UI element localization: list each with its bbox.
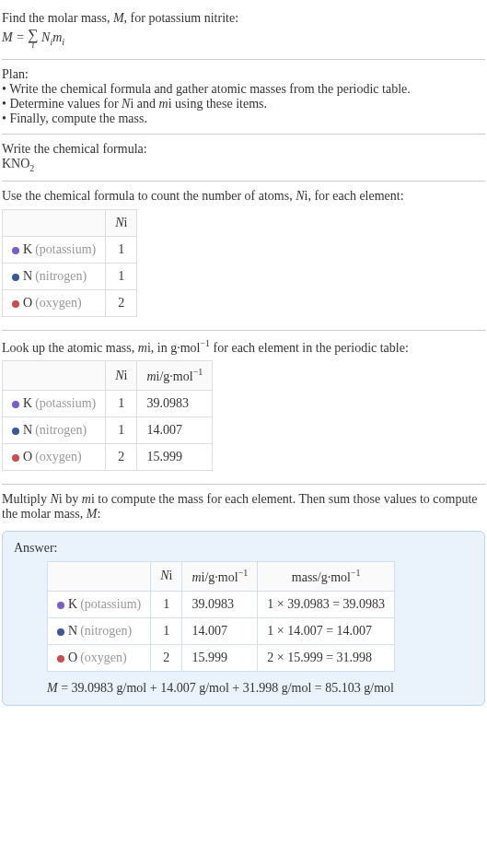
n-cell: 2: [151, 644, 182, 671]
element-cell: K(potassium): [48, 591, 151, 617]
count-table: Ni K(potassium) 1 N(nitrogen) 1 O(oxygen…: [2, 209, 137, 317]
plan-item-3: • Finally, compute the mass.: [2, 111, 485, 126]
plan-item-2: • Determine values for Ni and mi using t…: [2, 97, 485, 111]
intro-suffix: , for potassium nitrite:: [124, 11, 238, 25]
element-dot-icon: [12, 401, 19, 408]
answer-box: Answer: Ni mi/g·mol−1 mass/g·mol−1 K(pot…: [2, 531, 485, 706]
m-cell: 14.007: [137, 417, 213, 444]
element-cell: K(potassium): [3, 236, 106, 263]
mass-cell: 2 × 15.999 = 31.998: [258, 644, 395, 671]
mass-cell: 1 × 14.007 = 14.007: [258, 617, 395, 644]
intro-section: Find the molar mass, M, for potassium ni…: [2, 4, 485, 60]
formula-N: N: [41, 30, 50, 44]
formula-m-sub: i: [62, 37, 64, 47]
plan-item-1: • Write the chemical formula and gather …: [2, 82, 485, 97]
table-row: O(oxygen) 2: [3, 289, 137, 316]
N-header: Ni: [151, 562, 182, 592]
element-cell: O(oxygen): [3, 289, 106, 316]
element-cell: O(oxygen): [48, 644, 151, 671]
element-cell: N(nitrogen): [3, 417, 106, 444]
atomic-table: Ni mi/g·mol−1 K(potassium) 1 39.0983 N(n…: [2, 360, 213, 471]
chemformula-title: Write the chemical formula:: [2, 142, 485, 157]
n-cell: 2: [106, 444, 137, 471]
count-title: Use the chemical formula to count the nu…: [2, 189, 485, 204]
chemformula-section: Write the chemical formula: KNO2: [2, 135, 485, 182]
table-row: K(potassium) 1: [3, 236, 137, 263]
compute-text: Multiply Ni by mi to compute the mass fo…: [2, 492, 485, 522]
n-cell: 1: [106, 417, 137, 444]
m-cell: 39.0983: [182, 591, 258, 617]
element-dot-icon: [57, 655, 64, 663]
element-cell: N(nitrogen): [3, 263, 106, 289]
mass-header: mass/g·mol−1: [258, 562, 395, 592]
n-cell: 2: [106, 289, 137, 316]
n-cell: 1: [151, 617, 182, 644]
count-section: Use the chemical formula to count the nu…: [2, 182, 485, 331]
formula-M: M: [2, 30, 13, 44]
m-header: mi/g·mol−1: [182, 562, 258, 592]
element-cell: N(nitrogen): [48, 617, 151, 644]
N-header: Ni: [106, 209, 137, 236]
m-cell: 15.999: [137, 444, 213, 471]
element-dot-icon: [12, 454, 19, 462]
N-header: Ni: [106, 361, 137, 391]
table-row: O(oxygen) 2 15.999 2 × 15.999 = 31.998: [48, 644, 395, 671]
intro-formula: M = ∑i Nimi: [2, 28, 485, 50]
mass-cell: 1 × 39.0983 = 39.0983: [258, 591, 395, 617]
element-dot-icon: [12, 274, 19, 281]
intro-line: Find the molar mass, M, for potassium ni…: [2, 11, 485, 26]
table-row: N(nitrogen) 1 14.007: [3, 417, 213, 444]
element-dot-icon: [57, 602, 64, 609]
table-row: K(potassium) 1 39.0983: [3, 391, 213, 417]
answer-label: Answer:: [14, 541, 473, 556]
plan-section: Plan: • Write the chemical formula and g…: [2, 60, 485, 135]
m-cell: 14.007: [182, 617, 258, 644]
element-cell: O(oxygen): [3, 444, 106, 471]
table-row: N(nitrogen) 1 14.007 1 × 14.007 = 14.007: [48, 617, 395, 644]
table-header-row: Ni mi/g·mol−1: [3, 361, 213, 391]
answer-final: M = 39.0983 g/mol + 14.007 g/mol + 31.99…: [47, 681, 473, 696]
m-header: mi/g·mol−1: [137, 361, 213, 391]
atomic-title: Look up the atomic mass, mi, in g·mol−1 …: [2, 338, 485, 356]
empty-header: [3, 209, 106, 236]
table-header-row: Ni mi/g·mol−1 mass/g·mol−1: [48, 562, 395, 592]
empty-header: [3, 361, 106, 391]
intro-prefix: Find the molar mass,: [2, 11, 113, 25]
chemformula-value: KNO2: [2, 157, 485, 173]
n-cell: 1: [106, 391, 137, 417]
table-row: K(potassium) 1 39.0983 1 × 39.0983 = 39.…: [48, 591, 395, 617]
formula-eq: =: [13, 30, 28, 44]
element-dot-icon: [12, 247, 19, 254]
table-row: N(nitrogen) 1: [3, 263, 137, 289]
atomic-section: Look up the atomic mass, mi, in g·mol−1 …: [2, 331, 485, 485]
n-cell: 1: [106, 236, 137, 263]
sum-symbol: ∑i: [28, 28, 38, 50]
element-cell: K(potassium): [3, 391, 106, 417]
table-row: O(oxygen) 2 15.999: [3, 444, 213, 471]
table-header-row: Ni: [3, 209, 137, 236]
n-cell: 1: [151, 591, 182, 617]
m-cell: 39.0983: [137, 391, 213, 417]
element-dot-icon: [12, 428, 19, 435]
compute-section: Multiply Ni by mi to compute the mass fo…: [2, 485, 485, 525]
m-cell: 15.999: [182, 644, 258, 671]
intro-M: M: [113, 11, 124, 25]
plan-title: Plan:: [2, 67, 485, 82]
element-dot-icon: [57, 628, 64, 636]
n-cell: 1: [106, 263, 137, 289]
answer-table: Ni mi/g·mol−1 mass/g·mol−1 K(potassium) …: [47, 561, 395, 672]
empty-header: [48, 562, 151, 592]
element-dot-icon: [12, 300, 19, 308]
formula-m: m: [52, 30, 62, 44]
